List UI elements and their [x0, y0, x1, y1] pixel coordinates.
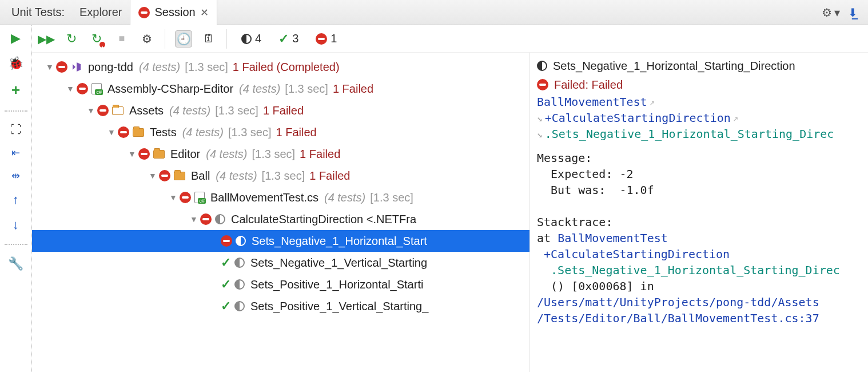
tree-row[interactable]: ▼CalculateStartingDirection <.NETFra — [32, 208, 529, 230]
filter-total[interactable]: 4 — [237, 31, 266, 46]
fail-icon — [97, 105, 109, 116]
tree-row[interactable]: ▼Ball(4 tests)[1.3 sec]1 Failed — [32, 165, 529, 187]
node-name: Sets_Positive_1_Horizontal_Starti — [250, 278, 423, 291]
filter-failed[interactable]: 1 — [311, 31, 341, 46]
tree-row[interactable]: ▼Editor(4 tests)[1.3 sec]1 Failed — [32, 143, 529, 165]
node-result: 1 Failed — [333, 82, 373, 96]
node-name: CalculateStartingDirection <.NETFra — [231, 213, 416, 226]
node-name: Sets_Negative_1_Horizontal_Start — [252, 235, 427, 248]
half-circle-icon — [537, 61, 547, 71]
caret-icon[interactable]: ▼ — [167, 193, 180, 202]
node-time: [1.3 sec] — [185, 61, 228, 74]
caret-icon[interactable]: ▼ — [146, 171, 159, 180]
fail-icon — [316, 33, 327, 45]
rerun-icon[interactable]: ↻ — [63, 30, 80, 48]
fail-icon — [221, 235, 232, 247]
node-meta: (4 tests) — [216, 169, 257, 183]
tab-label: Session — [154, 6, 195, 19]
caret-icon[interactable]: ▼ — [64, 84, 77, 93]
filter-passed[interactable]: ✓ 3 — [274, 30, 303, 48]
node-time: [1.3 sec] — [252, 148, 296, 161]
tab-session[interactable]: Session ✕ — [130, 0, 217, 25]
debug-icon[interactable]: 🐞 — [8, 56, 23, 71]
settings-icon[interactable]: ⚙ — [138, 30, 156, 48]
half-circle-icon — [234, 279, 245, 290]
tree-row[interactable]: ▼Assembly-CSharp-Editor(4 tests)[1.3 sec… — [32, 78, 529, 100]
tree-row[interactable]: ▼pong-tdd(4 tests)[1.3 sec]1 Failed (Com… — [32, 56, 529, 78]
node-name: Assembly-CSharp-Editor — [107, 82, 233, 96]
tree-row[interactable]: ✓Sets_Negative_1_Vertical_Starting — [32, 252, 529, 274]
node-time: [1.3 sec] — [370, 191, 413, 204]
wrench-icon[interactable]: 🔧 — [8, 256, 23, 271]
half-circle-icon — [241, 34, 252, 44]
node-time: [1.3 sec] — [262, 169, 305, 183]
down-arrow-icon[interactable]: ↓ — [13, 217, 19, 232]
collapse-both-icon[interactable]: ⇹ — [11, 169, 20, 182]
node-result: 1 Failed — [276, 126, 317, 139]
solution-icon — [71, 61, 82, 73]
failed-count: 1 — [331, 32, 337, 45]
collapse-down-icon[interactable]: ⇤ — [11, 147, 20, 159]
node-meta: (4 tests) — [324, 191, 365, 204]
caret-icon[interactable]: ▼ — [105, 128, 118, 137]
panel-title: Unit Tests: — [5, 6, 71, 19]
path-test[interactable]: .Sets_Negative_1_Horizontal_Starting_Dir… — [545, 127, 834, 141]
calendar-icon[interactable]: 🗓 — [200, 30, 217, 48]
test-tree: ▼pong-tdd(4 tests)[1.3 sec]1 Failed (Com… — [32, 53, 529, 372]
folder-icon — [153, 150, 165, 159]
half-circle-icon — [215, 214, 225, 224]
folder-icon — [133, 128, 144, 137]
node-meta: (4 tests) — [139, 61, 180, 74]
tree-row[interactable]: ▼BallMovementTest.cs(4 tests)[1.3 sec] — [32, 187, 529, 208]
caret-icon[interactable]: ▼ — [126, 149, 138, 159]
fail-icon — [200, 213, 212, 225]
caret-icon[interactable]: ▼ — [43, 62, 56, 72]
node-name: BallMovementTest.cs — [210, 191, 318, 204]
run-icon[interactable]: ▶ — [11, 31, 21, 46]
up-arrow-icon[interactable]: ↑ — [13, 192, 19, 207]
check-icon: ✓ — [278, 31, 289, 46]
tab-label: Explorer — [79, 6, 122, 19]
caret-icon[interactable]: ▼ — [85, 106, 97, 115]
stack-file-link[interactable]: /Tests/Editor/Ball/BallMovementTest.cs:3… — [537, 311, 819, 325]
node-name: Sets_Positive_1_Vertical_Starting_ — [250, 300, 428, 313]
detail-status: Failed: Failed — [554, 78, 623, 92]
run-all-icon[interactable]: ▶▶ — [38, 30, 55, 48]
fail-icon — [180, 192, 191, 203]
check-icon: ✓ — [221, 299, 231, 314]
stack-file-link[interactable]: /Users/matt/UnityProjects/pong-tdd/Asset… — [537, 295, 819, 309]
test-details: Sets_Negative_1_Horizontal_Starting_Dire… — [529, 53, 868, 372]
add-icon[interactable]: + — [11, 81, 20, 99]
tree-row[interactable]: ▼Tests(4 tests)[1.3 sec]1 Failed — [32, 121, 529, 143]
path-method[interactable]: +CalculateStartingDirection — [545, 111, 731, 125]
node-name: Tests — [150, 126, 177, 139]
download-icon[interactable]: ⬇̲ — [848, 6, 858, 19]
node-meta: (4 tests) — [239, 82, 280, 96]
node-name: Editor — [170, 148, 200, 161]
rerun-failed-icon[interactable]: ↻ — [88, 30, 105, 48]
node-name: Ball — [191, 169, 210, 183]
fit-icon[interactable]: ⛶ — [10, 123, 22, 136]
node-result: 1 Failed (Completed) — [233, 61, 340, 74]
stop-icon[interactable]: ■ — [113, 30, 130, 48]
message-block: Message: Expected: -2 But was: -1.0f Sta… — [537, 150, 861, 326]
gear-icon[interactable]: ⚙ ▾ — [822, 6, 840, 19]
tree-row[interactable]: ✓Sets_Positive_1_Horizontal_Starti — [32, 274, 529, 295]
tab-explorer[interactable]: Explorer — [71, 0, 130, 25]
fail-icon — [159, 170, 170, 181]
clock-icon[interactable]: 🕘 — [175, 30, 192, 48]
check-icon: ✓ — [221, 277, 231, 292]
close-icon[interactable]: ✕ — [200, 6, 209, 19]
link-arrow-icon: ↘ — [537, 129, 543, 140]
half-circle-icon — [236, 236, 246, 246]
tree-row[interactable]: Sets_Negative_1_Horizontal_Start — [32, 230, 529, 252]
tree-row[interactable]: ▼Assets(4 tests)[1.3 sec]1 Failed — [32, 100, 529, 121]
link-arrow-icon: ↘ — [537, 113, 543, 124]
path-class[interactable]: BallMovementTest — [537, 95, 647, 109]
caret-icon[interactable]: ▼ — [188, 215, 200, 224]
folder-icon — [112, 106, 124, 115]
csharp-file-icon — [91, 83, 102, 94]
tree-row[interactable]: ✓Sets_Positive_1_Vertical_Starting_ — [32, 295, 529, 317]
node-name: pong-tdd — [88, 61, 133, 74]
node-meta: (4 tests) — [182, 126, 224, 139]
